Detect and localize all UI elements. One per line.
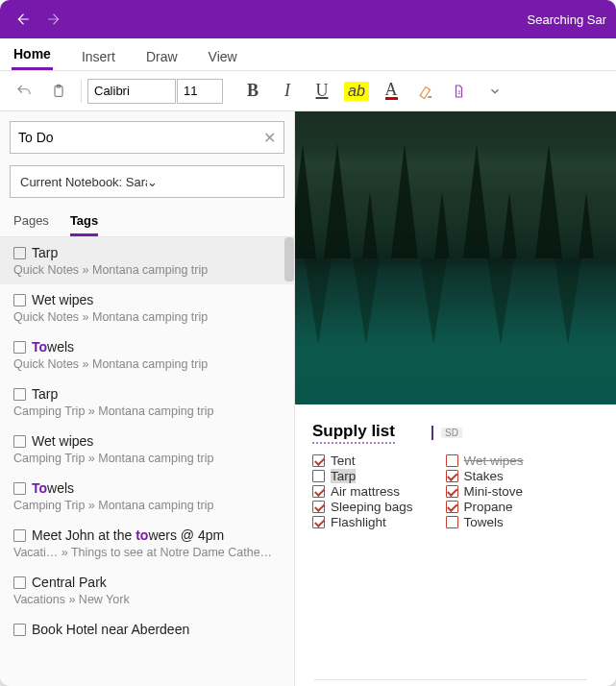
result-title: Wet wipes (32, 292, 93, 307)
underline-button[interactable]: U (306, 77, 338, 106)
search-result[interactable]: TowelsQuick Notes » Montana camping trip (0, 331, 294, 379)
todo-checkbox-icon (13, 624, 26, 636)
todo-checkbox-icon (13, 341, 26, 354)
highlight-button[interactable]: ab (340, 77, 373, 106)
result-title: Meet John at the towers @ 4pm (32, 527, 224, 543)
todo-checkbox-icon (13, 294, 26, 306)
result-title: Towels (32, 480, 74, 496)
todo-checkbox-icon (13, 435, 26, 448)
italic-button[interactable]: I (271, 77, 304, 106)
bold-button[interactable]: B (236, 77, 269, 106)
clear-formatting-button[interactable] (409, 77, 442, 106)
checklist-item[interactable]: Wet wipes (446, 453, 524, 468)
checklist-item[interactable]: Air mattress (312, 484, 413, 499)
checklist-label: Tent (331, 453, 356, 468)
result-breadcrumb: Vacati… » Things to see at Notre Dame Ca… (13, 546, 281, 559)
search-panel: ✕ Current Notebook: Sara's Noteboo ⌄ Pag… (0, 111, 295, 686)
result-breadcrumb: Camping Trip » Montana camping trip (13, 452, 281, 465)
checkbox-icon[interactable] (446, 501, 458, 513)
ribbon-tabs: Home Insert Draw View (0, 38, 616, 71)
clipboard-button[interactable] (42, 77, 75, 106)
titlebar: Searching Sar (0, 0, 616, 38)
tab-home[interactable]: Home (12, 40, 53, 70)
result-title: Towels (32, 339, 74, 355)
forward-button[interactable] (38, 3, 71, 36)
supply-list[interactable]: TentTarpAir mattressSleeping bagsFlashli… (312, 453, 599, 529)
search-result[interactable]: Book Hotel near Aberdeen (0, 614, 294, 645)
search-input[interactable] (18, 130, 263, 145)
checklist-label: Wet wipes (464, 453, 524, 468)
search-result[interactable]: Wet wipesQuick Notes » Montana camping t… (0, 284, 294, 331)
font-name-input[interactable] (87, 79, 176, 104)
font-color-button[interactable]: A (375, 77, 407, 106)
result-title: Book Hotel near Aberdeen (32, 622, 189, 637)
chevron-down-icon: ⌄ (147, 175, 274, 189)
checkbox-icon[interactable] (446, 485, 458, 498)
result-breadcrumb: Quick Notes » Montana camping trip (13, 263, 281, 277)
font-size-input[interactable] (177, 79, 223, 104)
checklist-label: Air mattress (331, 484, 400, 499)
note-content: Supply list SD TentTarpAir mattressSleep… (295, 111, 616, 686)
checkbox-icon[interactable] (446, 470, 458, 482)
checklist-label: Tarp (331, 469, 356, 483)
search-subtabs: Pages Tags (0, 204, 294, 237)
clear-search-icon[interactable]: ✕ (263, 129, 276, 147)
checklist-item[interactable]: Sleeping bags (312, 500, 413, 514)
result-breadcrumb: Quick Notes » Montana camping trip (13, 310, 281, 324)
checkbox-icon[interactable] (312, 470, 325, 482)
todo-checkbox-icon (13, 388, 26, 401)
checklist-label: Towels (464, 515, 504, 529)
search-result[interactable]: TarpCamping Trip » Montana camping trip (0, 379, 294, 426)
tab-insert[interactable]: Insert (80, 43, 117, 70)
undo-button[interactable] (8, 77, 40, 106)
checklist-label: Stakes (464, 469, 504, 483)
checklist-item[interactable]: Tarp (312, 469, 413, 483)
checklist-item[interactable]: Propane (446, 500, 524, 514)
formatting-toolbar: B I U ab A (0, 71, 616, 111)
todo-checkbox-icon (13, 576, 26, 589)
checkbox-icon[interactable] (312, 485, 325, 498)
checklist-label: Flashlight (331, 515, 386, 529)
tab-view[interactable]: View (207, 43, 239, 70)
checklist-item[interactable]: Flashlight (312, 515, 413, 529)
search-box[interactable]: ✕ (10, 121, 284, 154)
subtab-tags[interactable]: Tags (70, 209, 98, 236)
result-title: Central Park (32, 575, 107, 590)
checklist-item[interactable]: Stakes (446, 469, 524, 483)
result-breadcrumb: Camping Trip » Montana camping trip (13, 404, 281, 418)
back-button[interactable] (6, 3, 38, 36)
checklist-label: Propane (464, 500, 513, 514)
result-breadcrumb: Vacations » New York (13, 593, 281, 606)
search-result[interactable]: Central ParkVacations » New York (0, 567, 294, 614)
subtab-pages[interactable]: Pages (13, 209, 49, 236)
result-title: Tarp (32, 245, 58, 260)
result-breadcrumb: Camping Trip » Montana camping trip (13, 499, 281, 512)
checkbox-icon[interactable] (312, 501, 325, 513)
tab-draw[interactable]: Draw (144, 43, 180, 70)
checklist-item[interactable]: Towels (446, 515, 524, 529)
search-result[interactable]: Wet wipesCamping Trip » Montana camping … (0, 426, 294, 473)
styles-button[interactable] (444, 77, 477, 106)
search-scope-dropdown[interactable]: Current Notebook: Sara's Noteboo ⌄ (10, 165, 284, 198)
more-button[interactable] (479, 77, 511, 106)
todo-checkbox-icon (13, 247, 26, 259)
note-image (295, 111, 616, 404)
search-result[interactable]: Meet John at the towers @ 4pmVacati… » T… (0, 520, 294, 567)
search-scope-label: Current Notebook: Sara's Noteboo (20, 175, 147, 189)
checkbox-icon[interactable] (312, 516, 325, 528)
checklist-item[interactable]: Tent (312, 453, 413, 468)
checklist-label: Mini-stove (464, 484, 524, 499)
result-title: Tarp (32, 386, 58, 402)
note-title[interactable]: Supply list (312, 422, 395, 444)
checkbox-icon[interactable] (312, 454, 325, 467)
search-result[interactable]: TarpQuick Notes » Montana camping trip (0, 237, 294, 284)
window-title: Searching Sar (528, 12, 610, 27)
checkbox-icon[interactable] (446, 454, 458, 467)
checklist-item[interactable]: Mini-stove (446, 484, 524, 499)
scrollbar-thumb[interactable] (284, 237, 294, 282)
divider (314, 679, 587, 680)
search-result[interactable]: TowelsCamping Trip » Montana camping tri… (0, 473, 294, 520)
checkbox-icon[interactable] (446, 516, 458, 528)
result-breadcrumb: Quick Notes » Montana camping trip (13, 357, 281, 371)
text-cursor (431, 426, 433, 440)
